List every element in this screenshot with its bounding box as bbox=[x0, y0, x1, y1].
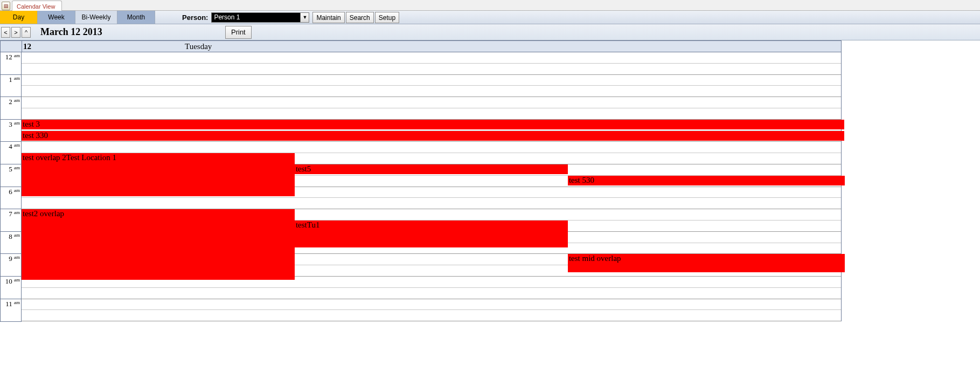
date-nav-bar: < > ^ March 12 2013 Print bbox=[0, 24, 980, 40]
calendar-timeslot[interactable] bbox=[22, 299, 841, 311]
calendar-day-name: Tuesday bbox=[185, 42, 840, 51]
calendar-grid: 12 Tuesday 12 am 1 am 2 am 3 am 4 am 5 a… bbox=[0, 40, 842, 322]
calendar-timeslot[interactable] bbox=[22, 75, 841, 86]
time-label: 12 am bbox=[1, 52, 21, 75]
calendar-timeslot[interactable] bbox=[22, 288, 841, 299]
view-day-button[interactable]: Day bbox=[0, 11, 38, 24]
calendar-event[interactable]: test overlap 2Test Location 1 bbox=[22, 153, 295, 196]
time-label: 9 am bbox=[1, 254, 21, 277]
next-date-button[interactable]: > bbox=[11, 27, 20, 38]
calendar-event[interactable]: test 330 bbox=[22, 131, 844, 141]
calendar-timeslot[interactable] bbox=[22, 52, 841, 64]
current-date-title: March 12 2013 bbox=[40, 26, 102, 38]
time-label: 3 am bbox=[1, 120, 21, 142]
calendar-timeslot[interactable] bbox=[22, 142, 841, 153]
calendar-timeslot[interactable] bbox=[22, 97, 841, 108]
calendar-timeslot[interactable] bbox=[22, 64, 841, 75]
person-select[interactable]: Person 1 ▼ bbox=[211, 11, 309, 24]
calendar-day-body[interactable]: test 3 test 330 test overlap 2Test Locat… bbox=[22, 52, 842, 321]
calendar-day-number: 12 bbox=[23, 42, 185, 51]
time-label: 5 am bbox=[1, 164, 21, 187]
calendar-day-header: 12 Tuesday bbox=[22, 40, 842, 52]
time-column: 12 am 1 am 2 am 3 am 4 am 5 am 6 am 7 am… bbox=[0, 52, 22, 322]
search-button[interactable]: Search bbox=[346, 12, 374, 23]
calendar-event[interactable]: test2 overlap bbox=[22, 209, 295, 280]
view-week-button[interactable]: Week bbox=[38, 11, 75, 24]
up-date-button[interactable]: ^ bbox=[22, 27, 31, 38]
setup-button[interactable]: Setup bbox=[375, 12, 399, 23]
calendar-event[interactable]: test 3 bbox=[22, 120, 844, 129]
time-label: 6 am bbox=[1, 187, 21, 210]
maintain-button[interactable]: Maintain bbox=[312, 12, 344, 23]
time-label: 2 am bbox=[1, 97, 21, 120]
calendar-event[interactable]: testTu1 bbox=[295, 221, 568, 247]
system-menu-icon[interactable]: ▤ bbox=[2, 2, 10, 10]
person-select-value[interactable]: Person 1 bbox=[211, 12, 300, 23]
calendar-event[interactable]: test 530 bbox=[568, 176, 845, 185]
calendar-event[interactable]: test mid overlap bbox=[568, 254, 845, 272]
time-label: 8 am bbox=[1, 232, 21, 254]
view-month-button[interactable]: Month bbox=[117, 11, 155, 24]
calendar-timeslot[interactable] bbox=[22, 108, 841, 120]
time-label: 1 am bbox=[1, 75, 21, 98]
calendar-timeslot[interactable] bbox=[22, 86, 841, 97]
calendar-event[interactable]: test5 bbox=[295, 164, 568, 174]
person-label: Person: bbox=[182, 11, 211, 24]
calendar-timeslot[interactable] bbox=[22, 310, 841, 321]
form-tab-label: Calendar View bbox=[17, 3, 55, 10]
time-label: 4 am bbox=[1, 142, 21, 164]
form-tab-calendar-view[interactable]: Calendar View bbox=[12, 1, 62, 11]
print-button[interactable]: Print bbox=[225, 26, 252, 39]
time-label: 11 am bbox=[1, 299, 21, 322]
calendar-timeslot[interactable] bbox=[22, 198, 841, 209]
view-toolbar: Day Week Bi-Weekly Month Person: Person … bbox=[0, 11, 980, 24]
form-tab-strip: ▤ Calendar View bbox=[0, 0, 980, 11]
prev-date-button[interactable]: < bbox=[1, 27, 10, 38]
time-label: 7 am bbox=[1, 209, 21, 232]
view-biweekly-button[interactable]: Bi-Weekly bbox=[75, 11, 117, 24]
calendar-header-gutter bbox=[0, 40, 22, 52]
person-select-dropdown-icon[interactable]: ▼ bbox=[300, 12, 309, 23]
time-label: 10 am bbox=[1, 277, 21, 299]
